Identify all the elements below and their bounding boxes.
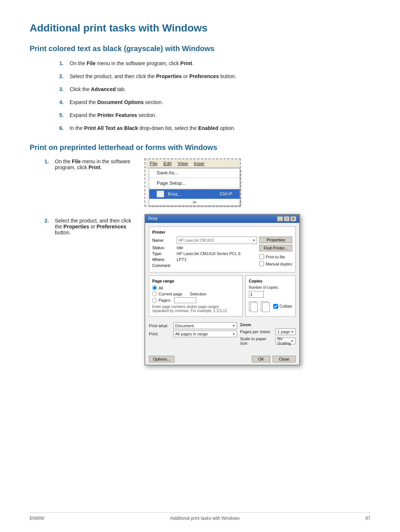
- current-page-radio[interactable]: [152, 291, 157, 296]
- step-text: Click the Advanced tab.: [70, 86, 370, 93]
- pages-per-sheet-dropdown[interactable]: 1 page ▼: [276, 328, 296, 335]
- ok-button[interactable]: OK: [252, 356, 270, 362]
- list-item: 3. Click the Advanced tab.: [59, 86, 370, 93]
- step-number: 5.: [59, 111, 70, 119]
- print-label: Print:: [149, 332, 171, 336]
- menu-file[interactable]: File: [147, 160, 160, 167]
- comment-label: Comment:: [152, 263, 174, 268]
- pages-label: Pages:: [159, 298, 171, 302]
- section2-step1: 1. On the File menu in the software prog…: [44, 158, 133, 175]
- menu-item-page-setup[interactable]: Page Setup...: [149, 179, 240, 187]
- pages-per-sheet-value: 1 page: [277, 329, 290, 334]
- scale-dropdown[interactable]: No Scaling ▼: [276, 338, 296, 344]
- file-menu-screenshot: File Edit View Inser Save As... Page Set…: [144, 158, 241, 207]
- current-page-label: Current page: [159, 292, 182, 296]
- manual-duplex-label: Manual duplex: [266, 262, 292, 266]
- all-radio[interactable]: [152, 285, 157, 290]
- collate-checkbox-row: Collate: [273, 304, 292, 309]
- properties-button[interactable]: Properties: [259, 237, 292, 243]
- num-copies-input[interactable]: [249, 291, 264, 298]
- dialog-title: Print: [148, 216, 157, 221]
- footer-buttons: OK Close: [252, 356, 296, 362]
- menu-separator: [149, 178, 240, 178]
- find-printer-button[interactable]: Find Printer...: [259, 245, 292, 251]
- minimize-button[interactable]: _: [277, 216, 283, 221]
- dropdown-arrow-icon: ▼: [291, 339, 294, 343]
- step-text: On the File menu in the software program…: [55, 158, 133, 170]
- menu-more-indicator: ≫: [149, 199, 240, 205]
- close-button[interactable]: ✕: [290, 216, 296, 221]
- print-icon: 🖨: [157, 191, 164, 197]
- menu-item-save-as[interactable]: Save As...: [149, 168, 240, 177]
- list-item: 2. Select the product, and then click th…: [59, 73, 370, 80]
- collate-checkbox[interactable]: [273, 304, 278, 309]
- print-dropdown[interactable]: All pages in range ▼: [173, 331, 237, 337]
- menu-view[interactable]: View: [174, 160, 191, 167]
- footer-left: ENWW: [30, 516, 44, 521]
- step-number: 1.: [59, 60, 70, 67]
- print-value: All pages in range: [175, 332, 208, 336]
- dropdown-arrow-icon: ▼: [291, 330, 294, 334]
- print-to-file-checkbox[interactable]: [259, 254, 264, 259]
- menu-separator: [149, 188, 240, 188]
- zoom-section: Zoom Pages per sheet: 1 page ▼ Scale to …: [240, 322, 296, 347]
- section2-title: Print on preprinted letterhead or forms …: [30, 143, 370, 152]
- all-label: All: [159, 286, 163, 290]
- list-item: 6. In the Print All Text as Black drop-d…: [59, 124, 370, 132]
- printer-name-dropdown[interactable]: HP LaserJet CM1410 ▼: [177, 237, 257, 244]
- step-number: 2.: [44, 218, 55, 224]
- pages-input[interactable]: [174, 297, 196, 303]
- dropdown-arrow-icon: ▼: [232, 324, 235, 328]
- manual-duplex-checkbox[interactable]: [259, 261, 264, 266]
- titlebar-buttons: _ □ ✕: [277, 216, 296, 221]
- num-copies-label: Number of copies:: [249, 285, 279, 290]
- print-what-value: Document: [175, 324, 194, 328]
- pages-radio[interactable]: [152, 298, 157, 303]
- dropdown-arrow-icon: ▼: [232, 332, 235, 336]
- copies-title: Copies: [249, 279, 292, 283]
- step-text: Expand the Printer Features section.: [70, 111, 370, 119]
- status-value: Idle: [177, 245, 257, 250]
- list-item: 1. On the File menu in the software prog…: [59, 60, 370, 67]
- dialog-footer: Options... OK Close: [145, 354, 299, 365]
- restore-button[interactable]: □: [284, 216, 290, 221]
- zoom-title: Zoom: [240, 322, 296, 327]
- collate-preview: 3 3: [249, 301, 271, 313]
- print-to-file-label: Print to file: [266, 255, 285, 259]
- footer-center: Additional print tasks with Windows: [170, 516, 239, 521]
- menu-insert[interactable]: Inser: [191, 160, 207, 167]
- menu-edit[interactable]: Edit: [160, 160, 174, 167]
- page-range-section: Page range All Current page Selection: [149, 275, 243, 317]
- chevron-down-icon: ≫: [192, 200, 197, 205]
- page-footer: ENWW Additional print tasks with Windows…: [30, 512, 370, 521]
- printer-section-title: Printer: [152, 230, 292, 234]
- selection-label: Selection: [190, 292, 206, 296]
- section1-title: Print colored text as black (grayscale) …: [30, 44, 370, 53]
- collate-label: Collate: [280, 304, 292, 308]
- list-item: 4. Expand the Document Options section.: [59, 98, 370, 106]
- section2-step2: 2. Select the product, and then click th…: [44, 214, 133, 241]
- where-label: Where:: [152, 257, 174, 262]
- type-value: HP LaserJet CM1410 Series PCL 6: [177, 251, 257, 256]
- print-options-section: Print what: Document ▼ Print: All pages …: [149, 322, 237, 347]
- print-dialog: Print _ □ ✕ Printer Name:: [144, 214, 300, 365]
- footer-right: 87: [366, 516, 370, 521]
- menu-item-print[interactable]: 🖨 Print... Ctrl+P: [149, 189, 240, 199]
- dialog-titlebar: Print _ □ ✕: [145, 215, 299, 223]
- pages-per-sheet-label: Pages per sheet:: [240, 329, 273, 334]
- file-menu-dropdown: Save As... Page Setup... 🖨 Print... Ctrl…: [149, 168, 240, 206]
- options-button[interactable]: Options...: [149, 356, 174, 362]
- copies-section: Copies Number of copies: 3: [246, 275, 296, 317]
- step-text: On the File menu in the software program…: [70, 60, 370, 67]
- step-number: 4.: [59, 98, 70, 106]
- step-text: Select the product, and then click the P…: [55, 218, 133, 235]
- menu-bar: File Edit View Inser: [145, 159, 240, 168]
- step-text: Select the product, and then click the P…: [70, 73, 370, 80]
- menu-shortcut: Ctrl+P: [220, 191, 232, 197]
- close-dialog-button[interactable]: Close: [273, 356, 296, 362]
- print-what-dropdown[interactable]: Document ▼: [173, 322, 237, 329]
- section1-steps: 1. On the File menu in the software prog…: [59, 60, 370, 132]
- where-value: LPT1:: [177, 257, 257, 262]
- name-label: Name:: [152, 238, 174, 242]
- list-item: 5. Expand the Printer Features section.: [59, 111, 370, 119]
